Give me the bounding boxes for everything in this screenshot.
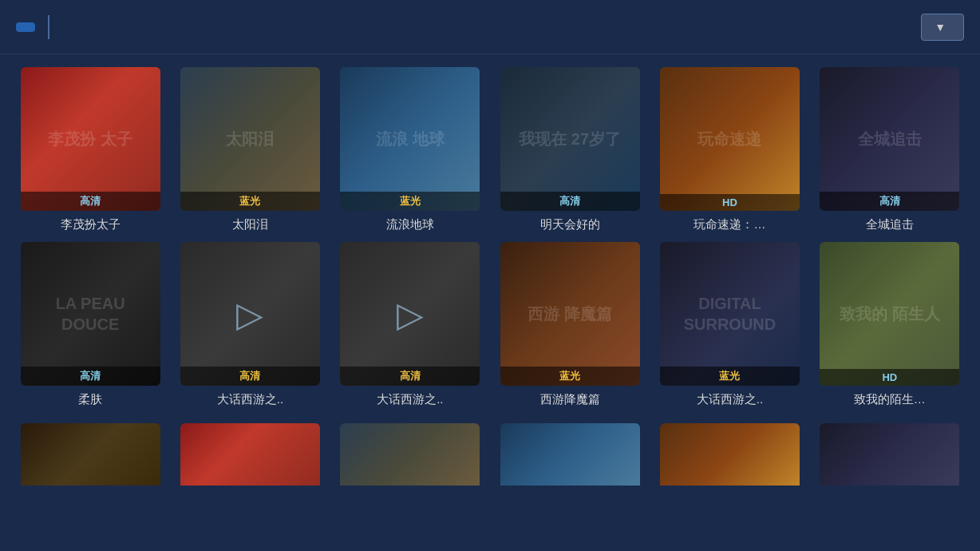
movie-poster: LA PEAU DOUCE 高清 [21, 242, 160, 386]
movie-poster: 流浪 地球 蓝光 [340, 67, 480, 211]
movie-title: 大话西游之.. [340, 392, 480, 407]
movie-item-13[interactable] [16, 423, 164, 486]
movie-item-8[interactable]: ▷ 高清 大话西游之.. [176, 242, 324, 407]
movie-item-3[interactable]: 流浪 地球 蓝光 流浪地球 [336, 67, 484, 232]
movie-title: 全城追击 [820, 217, 959, 232]
movie-poster-partial [820, 423, 959, 486]
quality-badge: HD [820, 369, 959, 386]
movie-poster: 玩命速递 HD [660, 67, 800, 211]
movie-item-2[interactable]: 太阳泪 蓝光 太阳泪 [176, 67, 324, 232]
poster-art [660, 423, 800, 486]
movie-poster: 我现在 27岁了 高清 [500, 67, 640, 211]
movie-poster: ▷ 高清 [180, 242, 320, 386]
movie-item-9[interactable]: ▷ 高清 大话西游之.. [336, 242, 484, 407]
poster-art: 流浪 地球 [340, 67, 480, 211]
movie-poster: 致我的 陌生人 HD [820, 242, 959, 386]
movie-poster: 太阳泪 蓝光 [180, 67, 320, 211]
movie-item-17[interactable] [655, 423, 804, 486]
poster-art: 我现在 27岁了 [500, 67, 640, 211]
header: ▼ [0, 0, 980, 54]
header-divider [48, 15, 49, 39]
menu-button[interactable]: ▼ [921, 14, 964, 41]
quality-badge: HD [660, 194, 800, 211]
movie-title: 西游降魔篇 [500, 392, 640, 407]
quality-badge: 高清 [21, 192, 160, 211]
movie-poster: ▷ 高清 [340, 242, 480, 386]
quality-badge: 蓝光 [340, 192, 480, 211]
play-icon: ▷ [397, 294, 424, 335]
movie-title: 明天会好的 [500, 217, 640, 232]
quality-badge: 蓝光 [500, 367, 640, 386]
movie-poster-partial [21, 423, 160, 486]
movie-title: 致我的陌生… [820, 392, 959, 407]
movie-poster: 李茂扮 太子 高清 [21, 67, 160, 211]
filter-icon: ▼ [935, 21, 946, 34]
poster-art: DIGITAL SURROUND [660, 242, 800, 386]
poster-art: 致我的 陌生人 [820, 242, 959, 386]
poster-art: 全城追击 [820, 67, 959, 211]
movie-poster: 西游 降魔篇 蓝光 [500, 242, 640, 386]
quality-badge: 高清 [21, 367, 160, 386]
movie-item-1[interactable]: 李茂扮 太子 高清 李茂扮太子 [16, 67, 164, 232]
movie-title: 大话西游之.. [180, 392, 320, 407]
poster-art: 太阳泪 [180, 67, 320, 211]
quality-badge: 高清 [500, 192, 640, 211]
quality-badge: 蓝光 [660, 367, 800, 386]
movie-item-5[interactable]: 玩命速递 HD 玩命速递：… [655, 67, 804, 232]
movie-item-6[interactable]: 全城追击 高清 全城追击 [816, 67, 964, 232]
movie-item-7[interactable]: LA PEAU DOUCE 高清 柔肤 [16, 242, 164, 407]
movie-poster: 全城追击 高清 [820, 67, 959, 211]
movie-title: 柔肤 [21, 392, 160, 407]
poster-art [21, 423, 160, 486]
movie-title: 大话西游之.. [660, 392, 800, 407]
movie-item-18[interactable] [816, 423, 964, 486]
poster-art: 玩命速递 [660, 67, 800, 211]
poster-art: 西游 降魔篇 [500, 242, 640, 386]
movie-poster-partial [340, 423, 480, 486]
movie-item-16[interactable] [496, 423, 644, 486]
movie-poster-partial [180, 423, 320, 486]
movie-title: 玩命速递：… [660, 217, 800, 232]
movie-item-12[interactable]: 致我的 陌生人 HD 致我的陌生… [816, 242, 964, 407]
poster-art [340, 423, 480, 486]
movie-poster-partial [500, 423, 640, 486]
movie-poster-partial [660, 423, 800, 486]
poster-art: 李茂扮 太子 [21, 67, 160, 211]
app-logo [16, 22, 35, 32]
poster-art [820, 423, 959, 486]
movie-title: 李茂扮太子 [21, 217, 160, 232]
quality-badge: 高清 [340, 367, 480, 386]
quality-badge: 蓝光 [180, 192, 320, 211]
movie-title: 流浪地球 [340, 217, 480, 232]
movie-grid-row3 [0, 410, 980, 486]
movie-item-14[interactable] [176, 423, 324, 486]
play-icon: ▷ [236, 294, 263, 335]
movie-item-4[interactable]: 我现在 27岁了 高清 明天会好的 [496, 67, 644, 232]
movie-title: 太阳泪 [180, 217, 320, 232]
movie-item-10[interactable]: 西游 降魔篇 蓝光 西游降魔篇 [496, 242, 644, 407]
poster-art: LA PEAU DOUCE [21, 242, 160, 386]
movie-poster: DIGITAL SURROUND 蓝光 [660, 242, 800, 386]
movie-item-15[interactable] [336, 423, 484, 486]
quality-badge: 高清 [820, 192, 959, 211]
movie-item-11[interactable]: DIGITAL SURROUND 蓝光 大话西游之.. [655, 242, 804, 407]
movie-grid: 李茂扮 太子 高清 李茂扮太子 太阳泪 蓝光 太阳泪 流浪 地球 蓝光 流浪地球… [0, 54, 980, 407]
poster-art [180, 423, 320, 486]
poster-art [500, 423, 640, 486]
quality-badge: 高清 [180, 367, 320, 386]
